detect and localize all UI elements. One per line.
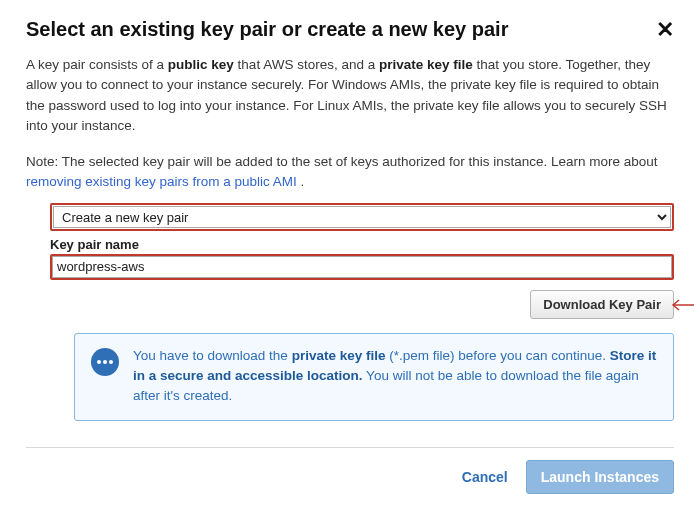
desc-bold-private-key-file: private key file	[379, 57, 473, 72]
info-bold-private-key-file: private key file	[292, 348, 386, 363]
close-icon[interactable]: ✕	[656, 19, 674, 41]
info-part: (*.pem file) before you can continue.	[385, 348, 609, 363]
separator	[26, 447, 674, 448]
remove-keypairs-link[interactable]: removing existing key pairs from a publi…	[26, 174, 297, 189]
desc-part: A key pair consists of a	[26, 57, 168, 72]
modal-header: Select an existing key pair or create a …	[26, 18, 674, 41]
keypair-modal: Select an existing key pair or create a …	[0, 0, 700, 510]
desc-part: that AWS stores, and a	[234, 57, 379, 72]
keypair-name-input[interactable]	[52, 256, 672, 278]
desc-bold-public-key: public key	[168, 57, 234, 72]
info-icon	[91, 348, 119, 376]
download-row: Download Key Pair	[50, 290, 674, 319]
note-part: Note: The selected key pair will be adde…	[26, 154, 658, 169]
cancel-button[interactable]: Cancel	[462, 469, 508, 485]
select-highlight-annot: Create a new key pair	[50, 203, 674, 231]
modal-title: Select an existing key pair or create a …	[26, 18, 508, 41]
note-period: .	[297, 174, 305, 189]
info-text: You have to download the private key fil…	[133, 346, 659, 407]
modal-footer: Cancel Launch Instances	[26, 460, 674, 494]
description-text: A key pair consists of a public key that…	[26, 55, 674, 136]
input-highlight-annot	[50, 254, 674, 280]
info-box: You have to download the private key fil…	[74, 333, 674, 422]
keypair-fields: Create a new key pair Key pair name Down…	[50, 203, 674, 422]
keypair-action-select[interactable]: Create a new key pair	[53, 206, 671, 228]
download-keypair-button[interactable]: Download Key Pair	[530, 290, 674, 319]
note-text: Note: The selected key pair will be adde…	[26, 152, 674, 193]
info-part: You have to download the	[133, 348, 292, 363]
launch-instances-button[interactable]: Launch Instances	[526, 460, 674, 494]
keypair-name-label: Key pair name	[50, 237, 674, 252]
